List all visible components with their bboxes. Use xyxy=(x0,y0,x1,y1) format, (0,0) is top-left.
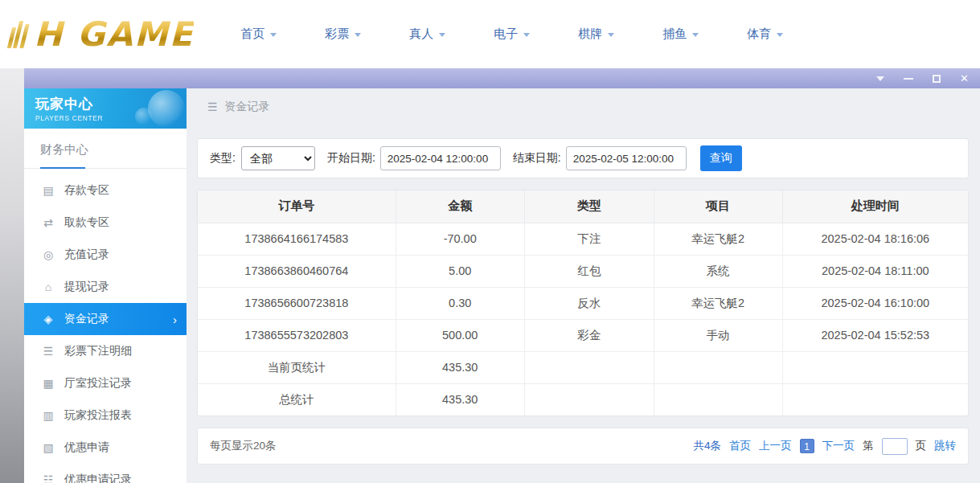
sidebar-item[interactable]: ▥玩家投注报表› xyxy=(24,399,187,432)
sidebar-subtitle: PLAYERS CENTER xyxy=(35,114,187,122)
hall-bet-record-icon: ▦ xyxy=(41,377,55,390)
end-date-label: 结束日期: xyxy=(513,151,561,166)
pager-controls: 共4条 首页 上一页 1 下一页 第 页 跳转 xyxy=(693,438,956,455)
sidebar-item[interactable]: ☰彩票下注明细› xyxy=(24,335,187,367)
window-titlebar: ✕ xyxy=(6,68,980,88)
main-content: ☰ 资金记录 类型: 全部 开始日期: 结束日期: 查询 订单号金额类型项目处理… xyxy=(187,88,980,483)
lottery-detail-icon: ☰ xyxy=(41,345,55,358)
chevron-down-icon xyxy=(777,33,783,37)
table-cell: 反水 xyxy=(524,287,654,319)
deposit-icon: ▤ xyxy=(41,184,55,197)
end-date-input[interactable] xyxy=(566,146,687,170)
nav-item-label: 首页 xyxy=(240,27,264,42)
records-table: 订单号金额类型项目处理时间1738664166174583-70.00下注幸运飞… xyxy=(198,190,968,415)
menu-icon: ☰ xyxy=(207,100,218,113)
chevron-down-icon xyxy=(692,33,699,37)
start-date-input[interactable] xyxy=(380,146,501,170)
chevron-right-icon: › xyxy=(173,313,177,326)
first-page-link[interactable]: 首页 xyxy=(729,439,751,453)
sidebar-item[interactable]: ⌂提现记录› xyxy=(24,271,187,303)
maximize-button[interactable] xyxy=(933,75,941,83)
page-jump-input[interactable] xyxy=(882,438,908,455)
table-cell: 435.30 xyxy=(396,383,524,415)
jump-prefix: 第 xyxy=(863,439,874,453)
pagination-panel: 每页显示20条 共4条 首页 上一页 1 下一页 第 页 跳转 xyxy=(197,428,969,465)
type-select[interactable]: 全部 xyxy=(241,146,315,170)
column-header: 类型 xyxy=(524,190,654,223)
column-header: 项目 xyxy=(654,190,782,223)
table-cell: 彩金 xyxy=(524,319,654,351)
column-header: 金额 xyxy=(396,190,524,223)
table-cell: 500.00 xyxy=(396,319,524,351)
next-page-link[interactable]: 下一页 xyxy=(822,439,855,453)
breadcrumb: ☰ 资金记录 xyxy=(187,88,980,125)
sidebar-item[interactable]: ◈资金记录› xyxy=(24,303,187,335)
sidebar-item[interactable]: ▧优惠申请› xyxy=(24,432,187,464)
table-row: 总统计435.30 xyxy=(198,383,968,415)
table-cell: 系统 xyxy=(654,255,782,287)
total-count: 共4条 xyxy=(693,439,721,453)
main-nav: 首页彩票真人电子棋牌捕鱼体育 xyxy=(240,27,783,42)
sidebar-item[interactable]: ▤存款专区› xyxy=(24,174,187,207)
page-title: 资金记录 xyxy=(225,100,270,114)
column-header: 处理时间 xyxy=(782,190,968,223)
chevron-down-icon xyxy=(439,33,445,37)
promo-apply-icon: ▧ xyxy=(41,441,55,454)
table-cell xyxy=(782,351,968,383)
sidebar-item[interactable]: ⇄取款专区› xyxy=(24,207,187,239)
sidebar-item-label: 取款专区 xyxy=(64,215,109,230)
table-cell: 5.00 xyxy=(396,255,524,287)
nav-item[interactable]: 体育 xyxy=(747,27,783,42)
per-page-label: 每页显示20条 xyxy=(210,439,277,453)
jump-button[interactable]: 跳转 xyxy=(934,439,956,453)
nav-item[interactable]: 首页 xyxy=(240,27,277,42)
minimize-button[interactable] xyxy=(904,78,913,80)
sidebar-item[interactable]: ☷优惠申请记录› xyxy=(24,464,187,483)
page-background xyxy=(0,68,24,483)
nav-item[interactable]: 彩票 xyxy=(325,27,361,42)
column-header: 订单号 xyxy=(198,190,396,223)
table-cell: 手动 xyxy=(654,319,782,351)
nav-item[interactable]: 捕鱼 xyxy=(662,27,699,42)
sidebar-menu: ▤存款专区›⇄取款专区›◎充值记录›⌂提现记录›◈资金记录›☰彩票下注明细›▦厅… xyxy=(24,169,187,483)
current-page[interactable]: 1 xyxy=(800,439,814,453)
sidebar-item[interactable]: ◎充值记录› xyxy=(24,239,187,271)
sidebar-title: 玩家中心 xyxy=(35,95,187,113)
nav-item-label: 棋牌 xyxy=(578,27,602,42)
sidebar-item-label: 存款专区 xyxy=(64,183,109,198)
table-cell: 2025-02-04 15:52:53 xyxy=(782,319,968,351)
sidebar-item-label: 厅室投注记录 xyxy=(64,376,132,391)
table-cell: 2025-02-04 18:16:06 xyxy=(782,223,968,255)
nav-item[interactable]: 真人 xyxy=(409,27,445,42)
table-cell xyxy=(524,383,654,415)
nav-item-label: 电子 xyxy=(494,27,518,42)
chevron-down-icon[interactable] xyxy=(876,76,884,81)
table-cell xyxy=(654,383,782,415)
nav-item[interactable]: 电子 xyxy=(494,27,530,42)
sidebar-item[interactable]: ▦厅室投注记录› xyxy=(24,367,187,399)
sidebar-item-label: 提现记录 xyxy=(64,280,109,294)
sidebar-section-finance[interactable]: 财务中心 xyxy=(24,129,187,169)
chevron-down-icon xyxy=(523,33,530,37)
table-cell: 幸运飞艇2 xyxy=(654,223,782,255)
type-label: 类型: xyxy=(210,151,236,166)
prev-page-link[interactable]: 上一页 xyxy=(759,439,792,453)
logo[interactable]: H GAME xyxy=(10,14,194,54)
sidebar-item-label: 资金记录 xyxy=(64,312,109,326)
table-row: 17386566007238180.30反水幸运飞艇22025-02-04 16… xyxy=(198,287,968,319)
chevron-down-icon xyxy=(608,33,614,37)
player-report-icon: ▥ xyxy=(41,409,55,422)
table-row: 1738664166174583-70.00下注幸运飞艇22025-02-04 … xyxy=(198,223,968,255)
close-button[interactable]: ✕ xyxy=(960,73,969,84)
table-cell: 红包 xyxy=(524,255,654,287)
nav-item[interactable]: 棋牌 xyxy=(578,27,614,42)
table-cell: 1738663860460764 xyxy=(198,255,396,287)
nav-item-label: 真人 xyxy=(409,27,433,42)
withdraw-icon: ⇄ xyxy=(41,216,55,229)
search-button[interactable]: 查询 xyxy=(700,145,742,171)
table-cell: -70.00 xyxy=(396,223,524,255)
table-header-row: 订单号金额类型项目处理时间 xyxy=(198,190,968,223)
funds-record-icon: ◈ xyxy=(41,313,55,325)
table-cell xyxy=(782,383,968,415)
filter-panel: 类型: 全部 开始日期: 结束日期: 查询 xyxy=(197,138,969,178)
